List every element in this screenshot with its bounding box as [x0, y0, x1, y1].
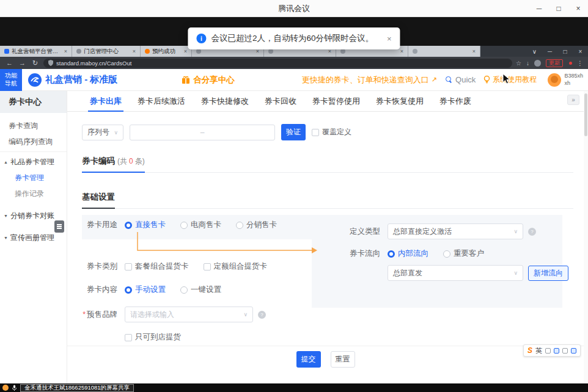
app-logo[interactable]: 礼盒营销 - 标准版 — [28, 73, 117, 87]
tab-card-outbound[interactable]: 券卡出库 — [82, 91, 130, 111]
mouse-cursor — [502, 73, 510, 85]
panel-collapse-icon[interactable]: » — [567, 95, 579, 105]
sidebar-item-operation-log[interactable]: 操作记录 — [0, 186, 67, 201]
share-center-link[interactable]: 合分享中心 — [182, 74, 235, 85]
ime-toolbox-icon[interactable] — [554, 348, 559, 354]
tab-card-void[interactable]: 券卡作废 — [432, 91, 479, 111]
radio-label: 一键设置 — [191, 285, 221, 295]
serial-type-value: 序列号 — [87, 127, 109, 137]
browser-tab-store-admin[interactable]: 门店管理中心 × — [72, 46, 141, 57]
sidebar-item-card-mgmt[interactable]: 券卡管理 — [0, 170, 67, 186]
sidebar-group-gift-card-mgmt[interactable]: ▲ 礼品券卡管理 — [0, 154, 67, 170]
browser-tab-obscured[interactable]: × — [408, 46, 480, 57]
define-type-select[interactable]: 总部直接定义激活 ∨ — [388, 223, 523, 239]
maximize-icon[interactable]: □ — [549, 0, 568, 17]
meeting-toast: i 会议已超过2人，自动转为60分钟限时会议。 × — [188, 27, 400, 49]
browser-close-icon[interactable]: × — [573, 46, 588, 57]
ime-skin-icon[interactable] — [571, 348, 576, 354]
checkbox-label: 只可到店提货 — [135, 332, 181, 343]
web-page: 功能 导航 礼盒营销 - 标准版 合分享中心 — [0, 69, 588, 383]
presale-brand-select[interactable]: 请选择或输入 ∨ — [125, 307, 253, 322]
serial-range-input[interactable] — [130, 125, 275, 140]
coding-title-text: 券卡编码 — [82, 156, 115, 165]
sidebar: 券卡中心 券卡查询 编码序列查询 ▲ 礼品券卡管理 券卡管理 操作记录 ▼ 分销… — [0, 91, 67, 383]
ime-keyboard-icon[interactable] — [545, 348, 551, 354]
radio-onekey-setup[interactable]: 一键设置 — [180, 285, 221, 295]
page-scrollbar[interactable] — [584, 91, 588, 383]
sidebar-item-code-seq-query[interactable]: 编码序列查询 — [0, 134, 67, 150]
radio-internal-flow[interactable]: 内部流向 — [388, 249, 428, 259]
radio-manual-setup[interactable]: 手动设置 — [125, 285, 166, 295]
sidebar-item-card-query[interactable]: 券卡查询 — [0, 118, 67, 134]
tab-close-icon[interactable]: × — [472, 48, 476, 54]
download-icon[interactable]: ↓ — [526, 60, 529, 67]
back-icon[interactable]: ← — [5, 59, 14, 67]
ime-mic-icon[interactable] — [562, 348, 568, 354]
add-flow-button[interactable]: 新增流向 — [528, 266, 568, 281]
tab-card-resume[interactable]: 券卡恢复使用 — [368, 91, 432, 111]
reset-button[interactable]: 重置 — [331, 351, 355, 368]
radio-selected-icon — [388, 250, 395, 258]
checkbox-fixed-combo-pickup-card[interactable]: 定额组合提货卡 — [204, 261, 268, 272]
browser-tab-gift-admin[interactable]: 礼盒营销平台管理中心 × — [0, 46, 72, 57]
submit-button[interactable]: 提交 — [296, 351, 321, 368]
radio-distribution-sale[interactable]: 分销售卡 — [236, 220, 277, 230]
store-only-row: 只可到店提货 — [125, 332, 196, 343]
count-suffix: 条) — [135, 157, 145, 165]
tab-card-quick-edit[interactable]: 券卡快捷修改 — [193, 91, 257, 111]
checkbox-icon — [204, 263, 211, 270]
tab-card-pause[interactable]: 券卡暂停使用 — [304, 91, 368, 111]
browser-update-button[interactable]: 更新 — [546, 59, 563, 67]
scrollbar-thumb[interactable] — [584, 93, 587, 136]
tab-close-icon[interactable]: × — [133, 48, 136, 54]
browser-maximize-icon[interactable]: □ — [557, 46, 573, 57]
browser-profile-icon[interactable] — [534, 60, 541, 67]
tutorial-label: 系统使用教程 — [493, 74, 537, 85]
browser-addressbar: ← → ↻ standard.maboy.cn/CardsOut ☆ ↓ 更新 … — [0, 57, 588, 69]
tab-close-icon[interactable]: × — [184, 48, 187, 54]
close-icon[interactable]: × — [568, 0, 588, 17]
forward-icon[interactable]: → — [18, 59, 27, 67]
toast-close-icon[interactable]: × — [387, 34, 392, 43]
user-account[interactable]: B385xh xh — [548, 73, 583, 87]
browser-minimize-icon[interactable]: ─ — [542, 46, 557, 57]
browser-tab-booking[interactable]: 预约成功 × — [141, 46, 192, 57]
flow-select[interactable]: 总部直发 ∨ — [388, 265, 523, 281]
caret-down-icon: ▼ — [4, 236, 8, 240]
help-icon[interactable]: ? — [258, 311, 266, 319]
function-nav-toggle[interactable]: 功能 导航 — [0, 69, 22, 91]
override-define-checkbox[interactable]: 覆盖定义 — [312, 127, 351, 137]
category-row: 券卡类别 套餐组合提货卡 定额组合提货卡 — [82, 261, 282, 272]
help-icon[interactable]: ? — [528, 228, 536, 236]
radio-important-customer[interactable]: 重要客户 — [443, 249, 484, 259]
browser-menu-icon[interactable]: ⋮ — [577, 60, 583, 67]
verify-button[interactable]: 验证 — [281, 124, 306, 140]
tab-close-icon[interactable]: × — [400, 48, 403, 54]
brand-label: *预售品牌 — [82, 310, 117, 320]
bookmark-star-icon[interactable]: ☆ — [516, 60, 521, 67]
radio-direct-sale[interactable]: 直接售卡 — [125, 220, 166, 230]
quick-search-label: Quick — [455, 75, 476, 84]
ime-toolbar[interactable]: S 英 — [523, 344, 581, 357]
radio-ecommerce-sale[interactable]: 电商售卡 — [180, 220, 221, 230]
minimize-icon[interactable]: ─ — [529, 0, 549, 17]
basic-settings-header: 基础设置 — [82, 191, 573, 209]
basic-settings-title: 基础设置 — [82, 192, 115, 209]
checkbox-icon — [125, 334, 132, 341]
search-icon — [446, 76, 452, 83]
user-avatar — [548, 73, 561, 87]
tab-close-icon[interactable]: × — [64, 48, 67, 54]
quick-entry-link[interactable]: 更快捷的券卡、订单和快递查询入口 ↗ — [302, 74, 437, 85]
ime-language-toggle[interactable]: 英 — [535, 346, 542, 355]
checkbox-store-pickup-only[interactable]: 只可到店提货 — [125, 332, 181, 343]
url-bar[interactable]: standard.maboy.cn/CardsOut — [43, 59, 512, 68]
tabs-menu-icon[interactable]: ∨ — [527, 46, 542, 57]
quick-search[interactable]: Quick — [446, 75, 476, 84]
serial-type-select[interactable]: 序列号 ∨ — [82, 125, 123, 140]
tab-card-activate[interactable]: 券卡后续激活 — [130, 91, 193, 111]
ime-logo-icon[interactable]: S — [527, 346, 532, 355]
sidebar-collapse-handle[interactable] — [54, 220, 64, 233]
checkbox-combo-pickup-card[interactable]: 套餐组合提货卡 — [125, 261, 189, 272]
tab-card-recycle[interactable]: 券卡回收 — [257, 91, 304, 111]
refresh-icon[interactable]: ↻ — [31, 59, 40, 67]
